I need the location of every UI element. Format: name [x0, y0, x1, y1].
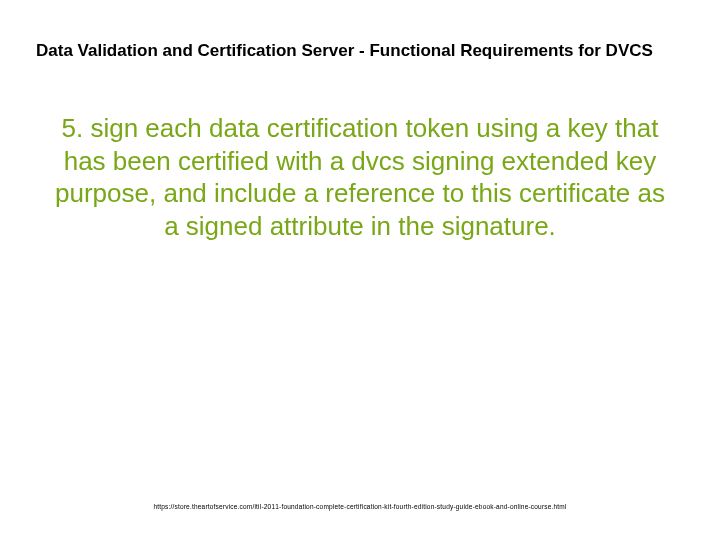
- footer-link: https://store.theartofservice.com/itil-2…: [0, 503, 720, 510]
- slide-title: Data Validation and Certification Server…: [36, 40, 684, 62]
- slide-container: Data Validation and Certification Server…: [0, 0, 720, 540]
- slide-body-text: 5. sign each data certification token us…: [36, 112, 684, 242]
